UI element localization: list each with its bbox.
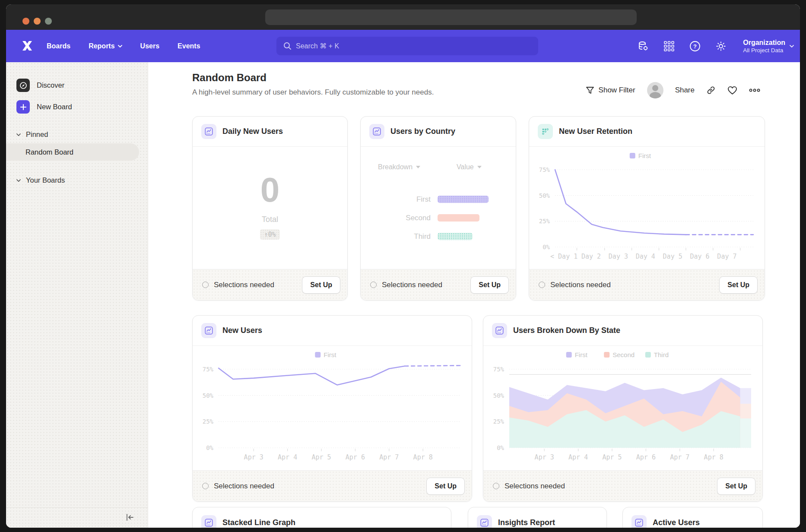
svg-text:50%: 50% [203,392,214,399]
breakdown-dropdown[interactable]: Breakdown [378,163,420,171]
svg-text:?: ? [693,43,697,50]
new-user-retention-svg: First75%50%25%0%< Day 1Day 2Day 3Day 4Da… [529,147,765,270]
card-users-by-state: Users Broken Down By State FirstSecondTh… [483,315,763,502]
card-footer: Selections needed Set Up [529,269,765,300]
org-subtitle: All Project Data [743,47,785,54]
help-icon[interactable]: ? [689,41,701,52]
users-by-state-svg: FirstSecondThird75%50%25%0%Apr 3Apr 4Apr… [483,346,762,471]
nav-item-reports[interactable]: Reports [89,42,122,50]
nav-item-boards[interactable]: Boards [47,42,70,50]
chart-icon [631,515,647,528]
svg-text:50%: 50% [539,192,550,199]
window-minimize-button[interactable] [34,18,41,25]
sidebar-item-discover[interactable]: Discover [16,79,64,92]
card-header: New Users [193,316,472,346]
nav-item-events[interactable]: Events [178,42,200,50]
global-search-input[interactable]: Search ⌘ + K [276,37,538,55]
card-users-by-country: Users by Country Breakdown Value FirstSe… [360,116,516,301]
sidebar-item-new-board[interactable]: New Board [16,100,72,114]
svg-text:Apr 5: Apr 5 [602,453,622,461]
value-dropdown[interactable]: Value [457,163,482,171]
address-bar[interactable] [265,10,637,25]
svg-text:Apr 3: Apr 3 [244,453,263,461]
avatar[interactable] [647,82,663,98]
new-users-chart: First75%50%25%0%Apr 3Apr 4Apr 5Apr 6Apr … [193,346,472,471]
org-switcher[interactable]: Organization All Project Data [743,38,794,54]
country-bar-row: Second [361,209,516,227]
card-footer: Selections needed Set Up [483,470,762,501]
mixpanel-logo-icon[interactable] [20,38,35,53]
svg-text:Day 3: Day 3 [609,253,628,260]
card-header: Users Broken Down By State [483,316,762,346]
card-header: Users by Country [361,117,516,147]
set-up-button[interactable]: Set Up [717,478,755,495]
search-icon [283,42,292,50]
window-zoom-button[interactable] [45,18,52,25]
sidebar-section-pinned[interactable]: Pinned [16,130,48,139]
svg-text:0%: 0% [543,244,550,250]
share-button[interactable]: Share [675,86,695,95]
bar-label: First [361,195,431,204]
country-bar-row: Third [361,227,516,246]
chevron-down-icon [416,166,420,168]
metric-delta-badge: ↑0% [260,229,279,240]
data-sources-icon[interactable] [638,41,649,52]
svg-text:Apr 7: Apr 7 [670,453,689,461]
sidebar-collapse-icon[interactable] [124,511,136,523]
svg-text:25%: 25% [493,418,505,425]
svg-text:Second: Second [612,351,635,358]
card-title: Stacked Line Graph [222,518,295,527]
apps-grid-icon[interactable] [663,41,675,52]
metric-label: Total [262,215,278,224]
chart-icon [201,323,216,338]
card-body: 0 Total ↑0% [193,147,347,270]
set-up-button[interactable]: Set Up [426,478,465,495]
card-title: Daily New Users [222,127,283,136]
card-active-users: Active Users [622,507,763,528]
bar-third[interactable] [438,233,473,240]
favorite-heart-icon[interactable] [727,86,737,95]
svg-text:Day 5: Day 5 [663,253,682,260]
svg-text:Apr 4: Apr 4 [568,453,588,461]
app-window: Boards Reports Users Events Search ⌘ + K [6,4,800,528]
board-actions: Show Filter Share [586,82,760,98]
svg-text:Apr 5: Apr 5 [311,453,331,461]
window-close-button[interactable] [22,18,29,25]
svg-text:75%: 75% [203,366,214,373]
svg-text:< Day 1: < Day 1 [550,253,578,260]
card-title: Insights Report [498,518,555,527]
svg-text:Day 2: Day 2 [581,253,601,260]
card-header: Insights Report [468,507,606,528]
set-up-button[interactable]: Set Up [470,276,509,294]
set-up-button[interactable]: Set Up [719,276,758,294]
nav-item-users[interactable]: Users [140,42,159,50]
svg-text:Apr 3: Apr 3 [535,453,554,461]
settings-gear-icon[interactable] [715,41,727,52]
card-body: First75%50%25%0%Apr 3Apr 4Apr 5Apr 6Apr … [193,346,472,471]
copy-link-icon[interactable] [706,86,716,95]
chevron-down-icon [16,133,21,136]
bar-label: Second [361,214,431,222]
country-bar-row: First [361,190,516,209]
svg-text:First: First [575,351,588,358]
card-stacked-line-graph: Stacked Line Graph [192,507,451,528]
svg-text:75%: 75% [539,166,550,173]
card-footer: Selections needed Set Up [193,269,347,300]
more-options-icon[interactable] [749,88,760,92]
bar-second[interactable] [438,214,479,222]
radio-icon [370,282,377,288]
sidebar-item-random-board[interactable]: Random Board [6,143,139,161]
chart-icon [201,515,216,528]
card-body: Breakdown Value FirstSecondThird [361,147,516,270]
retention-chart: First75%50%25%0%< Day 1Day 2Day 3Day 4Da… [529,147,765,270]
svg-text:First: First [638,152,651,159]
chart-icon [492,323,507,338]
card-footer: Selections needed Set Up [361,269,516,300]
sidebar-section-your-boards[interactable]: Your Boards [16,176,65,184]
show-filter-button[interactable]: Show Filter [586,86,635,95]
retention-grid-icon [538,124,553,139]
card-footer: Selections needed Set Up [193,470,472,501]
set-up-button[interactable]: Set Up [302,276,340,294]
bar-first[interactable] [438,196,489,203]
radio-icon [539,282,545,288]
